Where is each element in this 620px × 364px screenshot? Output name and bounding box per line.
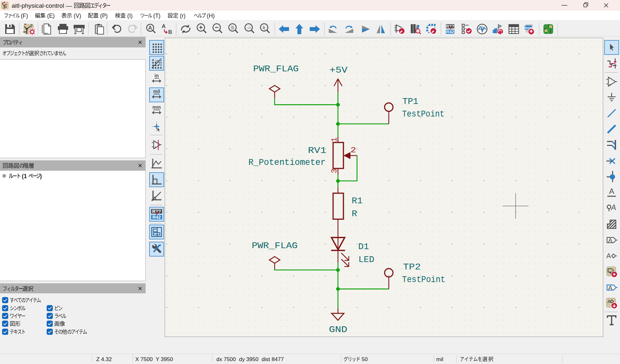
svg-text:+5V: +5V: [329, 65, 348, 75]
svg-text:2: 2: [350, 146, 356, 155]
svg-text:TP1: TP1: [402, 96, 418, 106]
svg-text:mm: mm: [152, 105, 160, 110]
svg-text:R_Potentiometer: R_Potentiometer: [248, 157, 326, 167]
svg-text:R42: R42: [446, 29, 454, 34]
svg-text:PWR_FLAG: PWR_FLAG: [252, 241, 298, 251]
svg-text:A: A: [606, 252, 611, 259]
svg-text:(r): (r): [178, 13, 185, 19]
svg-text:A: A: [608, 237, 613, 244]
svg-text:A: A: [608, 284, 613, 291]
svg-text:(H): (H): [205, 13, 215, 19]
svg-text:(V): (V): [72, 13, 81, 19]
svg-text:50: 50: [360, 356, 368, 362]
svg-text:LED: LED: [358, 255, 374, 265]
svg-text:A: A: [611, 203, 616, 212]
svg-text:mil: mil: [153, 89, 160, 94]
svg-text:X 7500 Y 3950: X 7500 Y 3950: [135, 356, 173, 362]
svg-text:1: 1: [330, 137, 339, 142]
svg-text:A: A: [148, 25, 152, 31]
svg-text:A: A: [162, 23, 166, 29]
svg-text:GND: GND: [329, 325, 347, 335]
svg-text:): ): [40, 173, 42, 179]
svg-text:TP2: TP2: [403, 262, 421, 272]
svg-text:R42: R42: [152, 215, 161, 220]
svg-text:mil: mil: [436, 356, 443, 362]
svg-text:(F): (F): [19, 13, 28, 19]
svg-text:A: A: [609, 187, 615, 196]
svg-text:R: R: [352, 209, 357, 219]
svg-text:Z 4.32: Z 4.32: [96, 356, 112, 362]
svg-text:dx 7500 dy 3950 dist 8477: dx 7500 dy 3950 dist 8477: [216, 356, 284, 362]
svg-text:PWR_FLAG: PWR_FLAG: [253, 64, 299, 74]
svg-text:R1: R1: [352, 196, 363, 206]
svg-text:B: B: [168, 29, 172, 35]
svg-text:in: in: [154, 73, 159, 78]
svg-text:TestPoint: TestPoint: [402, 109, 444, 119]
svg-text:D1: D1: [358, 242, 369, 252]
svg-text:(1: (1: [20, 173, 28, 179]
svg-text:(E): (E): [46, 13, 55, 19]
svg-text:(I): (I): [126, 13, 132, 19]
svg-text:(T): (T): [152, 13, 160, 19]
svg-text:aitl-physical-control —: aitl-physical-control —: [12, 2, 74, 9]
svg-text:TestPoint: TestPoint: [402, 275, 445, 285]
svg-text:(P): (P): [98, 13, 108, 19]
svg-text:RV1: RV1: [308, 146, 326, 156]
svg-text:3: 3: [330, 168, 339, 173]
